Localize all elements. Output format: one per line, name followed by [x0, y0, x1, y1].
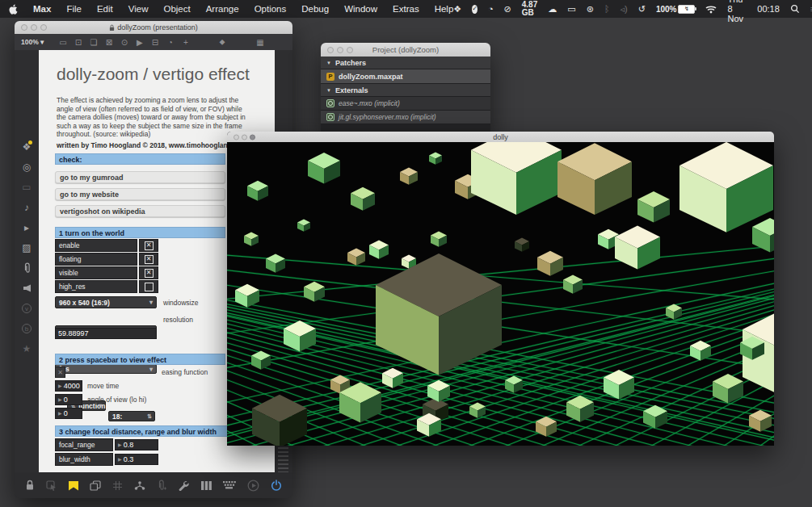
message-object-icon[interactable]: ❏ — [86, 38, 101, 47]
bluetooth-icon[interactable]: ᛒ — [604, 5, 610, 14]
apple-menu-icon[interactable] — [8, 4, 18, 15]
highres-checkbox[interactable] — [139, 280, 158, 293]
gumroad-link-message[interactable]: go to my gumroad — [55, 171, 225, 183]
select-mode-icon[interactable] — [46, 480, 57, 491]
disclosure-triangle-icon[interactable]: ▼ — [326, 88, 331, 93]
menu-debug[interactable]: Debug — [301, 4, 329, 14]
inspector-wrench-icon[interactable] — [178, 480, 189, 491]
lock-patcher-icon[interactable] — [25, 480, 35, 491]
patch-description-comment: The effect is achieved by zooming a zoom… — [57, 96, 249, 139]
project-item-ease[interactable]: ease~.mxo (implicit) — [321, 97, 490, 111]
presentation-mode-icon[interactable] — [68, 480, 79, 491]
cloud-upload-icon[interactable]: ☁ — [548, 5, 557, 14]
attach-clip-icon[interactable] — [157, 480, 166, 491]
time-machine-icon[interactable]: ↺ — [638, 5, 646, 14]
disclosure-triangle-icon[interactable]: ▼ — [326, 61, 331, 65]
image-icon[interactable]: ▨ — [22, 241, 31, 254]
gauge-icon[interactable]: ◔ — [488, 5, 494, 14]
menu-help[interactable]: Help — [435, 4, 454, 14]
patcher-hierarchy-icon[interactable] — [134, 480, 145, 491]
grid-snap-icon[interactable] — [112, 480, 123, 491]
beap-icon[interactable]: b — [22, 322, 32, 335]
layers-icon[interactable] — [90, 480, 101, 491]
move-time-number[interactable]: ▶4000 — [55, 380, 82, 392]
fps-number[interactable]: 59.88997 — [55, 328, 157, 339]
angle-lo-number[interactable]: ▶0 — [55, 394, 82, 405]
check-circle-icon[interactable]: ✓ — [472, 5, 478, 14]
floating-checkbox[interactable]: ✕ — [139, 253, 158, 266]
close-button[interactable] — [21, 24, 27, 31]
project-item-dollyzoom[interactable]: P dollyZoom.maxpat — [321, 69, 490, 84]
enable-checkbox[interactable]: ✕ — [139, 239, 158, 252]
spotlight-search-icon[interactable] — [790, 4, 800, 14]
accessibility-icon[interactable]: ⊛ — [587, 5, 594, 14]
menu-arrange[interactable]: Arrange — [206, 4, 239, 14]
minimize-button[interactable] — [242, 134, 247, 140]
storage-status[interactable]: 4.87 GB — [522, 1, 537, 17]
close-button[interactable] — [327, 47, 334, 53]
paperclip-icon[interactable] — [23, 262, 32, 274]
bang-object-icon[interactable]: ⊙ — [116, 38, 132, 47]
video-icon[interactable]: ▸ — [24, 221, 29, 234]
airplay-icon[interactable]: ▭ — [567, 5, 575, 14]
dropbox-icon[interactable]: ❖ — [453, 5, 461, 14]
patcher-titlebar[interactable]: dollyZoom (presentation) — [15, 21, 292, 34]
console-icon[interactable]: ▭ — [22, 181, 31, 194]
visible-checkbox[interactable]: ✕ — [139, 266, 158, 279]
plug-icon[interactable] — [22, 282, 32, 295]
menu-view[interactable]: View — [128, 4, 149, 14]
menu-object[interactable]: Object — [163, 4, 190, 14]
menu-window[interactable]: Window — [344, 4, 377, 14]
audio-power-icon[interactable] — [271, 480, 282, 491]
clock-date[interactable]: Thu 8 Nov — [727, 0, 747, 23]
menu-options[interactable]: Options — [255, 4, 287, 14]
typing-keyboard-icon[interactable] — [223, 481, 236, 490]
clock-time[interactable]: 00:18 — [757, 4, 780, 14]
project-titlebar[interactable]: Project (dollyZoom) — [321, 43, 490, 57]
vizzie-icon[interactable]: v — [22, 302, 32, 315]
number-object-icon[interactable]: ⊟ — [147, 38, 162, 47]
dolly-titlebar[interactable]: dolly — [227, 132, 774, 142]
minimize-button[interactable] — [337, 47, 343, 53]
dial-object-icon[interactable]: ◔ — [162, 38, 178, 47]
packages-icon[interactable]: ❖ — [23, 140, 32, 153]
wifi-icon[interactable] — [705, 5, 717, 14]
run-patcher-icon[interactable] — [247, 480, 259, 492]
volume-icon[interactable]: ◃) — [620, 5, 627, 14]
menu-file[interactable]: File — [66, 4, 82, 14]
object-box-icon[interactable]: ▭ — [55, 38, 70, 47]
close-button[interactable] — [234, 134, 239, 140]
angle-hi-number[interactable]: ▶0 — [55, 408, 82, 419]
project-item-syphonserver[interactable]: jit.gl.syphonserver.mxo (implicit) — [321, 111, 490, 124]
zoom-button[interactable] — [40, 24, 47, 31]
toggle-object-icon[interactable]: ⊠ — [101, 38, 116, 47]
menu-extras[interactable]: Extras — [393, 4, 419, 14]
piano-keyboard-icon[interactable] — [200, 480, 212, 491]
easing-x-button[interactable]: ✕ — [55, 367, 65, 378]
easing-type-menu[interactable]: 18: in_out_... — [108, 411, 155, 421]
zoom-level-select[interactable]: 100% ▾ — [21, 38, 44, 46]
project-window-title: Project (dollyZoom) — [372, 45, 439, 54]
zoom-button[interactable] — [250, 134, 255, 140]
button-object-icon[interactable]: ⊡ — [70, 38, 86, 47]
zoom-button[interactable] — [347, 47, 353, 53]
focal-range-number[interactable]: ▶0.8 — [115, 439, 158, 450]
add-object-icon[interactable]: + — [178, 38, 193, 47]
menu-edit[interactable]: Edit — [97, 4, 113, 14]
blur-width-number[interactable]: ▶0.3 — [115, 454, 158, 465]
playbar-object-icon[interactable]: ▶ — [132, 38, 147, 47]
paint-bucket-icon[interactable]: ⬥ — [214, 37, 229, 47]
minimize-button[interactable] — [31, 24, 37, 31]
audio-meter-icon[interactable]: ◎ — [23, 161, 31, 174]
object-browser-icon[interactable]: ▦ — [252, 38, 267, 47]
windowsize-menu[interactable]: 960 x 540 (16:9) — [55, 296, 157, 308]
project-section-patchers[interactable]: ▼ Patchers — [321, 57, 490, 69]
menu-max[interactable]: Max — [33, 4, 51, 14]
music-note-icon[interactable]: ♪ — [24, 201, 29, 214]
do-not-disturb-icon[interactable]: ⊘ — [504, 5, 511, 14]
website-link-message[interactable]: go to my website — [55, 188, 225, 200]
battery-indicator[interactable]: 100% ↯ — [656, 5, 696, 14]
favorites-star-icon[interactable]: ★ — [23, 342, 32, 355]
project-section-externals[interactable]: ▼ Externals — [321, 84, 490, 97]
wikipedia-link-message[interactable]: vertigoshot on wikipedia — [55, 205, 225, 217]
